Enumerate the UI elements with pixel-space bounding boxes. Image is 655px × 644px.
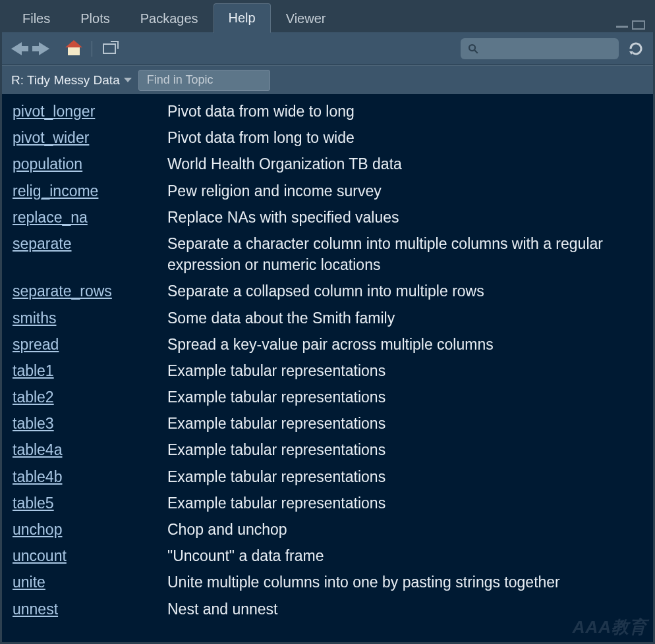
table-row: unchopChop and unchop	[13, 516, 642, 543]
help-topic-description: Example tabular representations	[167, 437, 642, 463]
help-topic-description: "Uncount" a data frame	[167, 543, 642, 569]
help-topic-link[interactable]: table4b	[13, 468, 62, 485]
help-topic-description: World Health Organization TB data	[167, 151, 642, 177]
help-topic-link[interactable]: relig_income	[13, 182, 98, 200]
table-row: relig_incomePew religion and income surv…	[13, 178, 642, 204]
table-row: table4aExample tabular representations	[13, 437, 642, 463]
help-topic-link[interactable]: table1	[13, 362, 54, 379]
table-row: table3Example tabular representations	[13, 410, 642, 437]
help-topic-link[interactable]: separate	[13, 235, 72, 252]
refresh-button[interactable]	[628, 41, 644, 57]
pane-tabbar: Files Plots Packages Help Viewer	[2, 2, 653, 32]
nav-back-button[interactable]	[11, 42, 30, 55]
home-icon	[65, 40, 82, 47]
help-subbar: R: Tidy Messy Data	[2, 65, 653, 94]
table-row: spreadSpread a key-value pair across mul…	[13, 331, 642, 358]
help-topic-description: Example tabular representations	[167, 358, 642, 384]
popout-button[interactable]	[103, 43, 116, 54]
svg-line-1	[474, 50, 478, 53]
watermark: AAA教育	[573, 616, 647, 639]
help-topic-description: Pew religion and income survey	[167, 178, 642, 204]
pane-window-controls	[616, 20, 648, 32]
tab-viewer[interactable]: Viewer	[271, 4, 341, 33]
table-row: table1Example tabular representations	[13, 358, 642, 384]
help-topic-link[interactable]: uncount	[13, 547, 67, 564]
minimize-pane-icon[interactable]	[616, 20, 628, 28]
table-row: separate_rowsSeparate a collapsed column…	[13, 278, 642, 304]
help-topic-link[interactable]: pivot_wider	[13, 129, 89, 146]
topic-dropdown[interactable]: R: Tidy Messy Data	[11, 73, 132, 88]
help-topic-description: Separate a character column into multipl…	[167, 230, 642, 278]
find-in-topic-input[interactable]	[138, 70, 270, 91]
help-topic-link[interactable]: smiths	[13, 309, 56, 327]
tab-files[interactable]: Files	[7, 4, 65, 33]
help-topic-link[interactable]: spread	[13, 336, 59, 353]
help-topic-link[interactable]: table4a	[13, 441, 62, 458]
tab-plots[interactable]: Plots	[65, 4, 125, 33]
help-topic-description: Nest and unnest	[167, 596, 642, 622]
help-topic-description: Unite multiple columns into one by pasti…	[167, 569, 642, 595]
chevron-down-icon	[124, 78, 132, 82]
table-row: uniteUnite multiple columns into one by …	[13, 569, 642, 595]
help-topic-link[interactable]: table2	[13, 389, 54, 406]
help-topic-link[interactable]: unite	[13, 574, 45, 591]
help-topic-link[interactable]: separate_rows	[13, 282, 112, 300]
toolbar-divider	[92, 41, 92, 57]
table-row: table5Example tabular representations	[13, 490, 642, 516]
table-row: smithsSome data about the Smith family	[13, 305, 642, 331]
svg-point-0	[469, 45, 475, 51]
help-topic-link[interactable]: pivot_longer	[13, 103, 95, 120]
tab-help[interactable]: Help	[214, 3, 271, 33]
table-row: pivot_widerPivot data from long to wide	[13, 124, 642, 151]
help-topic-description: Pivot data from long to wide	[167, 124, 642, 151]
table-row: replace_naReplace NAs with specified val…	[13, 204, 642, 230]
search-icon	[467, 43, 479, 55]
table-row: populationWorld Health Organization TB d…	[13, 151, 642, 177]
table-row: table4bExample tabular representations	[13, 464, 642, 490]
help-topic-description: Chop and unchop	[167, 516, 642, 543]
help-topic-description: Separate a collapsed column into multipl…	[167, 278, 642, 304]
table-row: pivot_longerPivot data from wide to long	[13, 98, 642, 124]
help-topic-link[interactable]: unchop	[13, 521, 62, 538]
help-topic-description: Example tabular representations	[167, 384, 642, 410]
help-index-table: pivot_longerPivot data from wide to long…	[13, 98, 642, 622]
help-topic-description: Example tabular representations	[167, 410, 642, 437]
maximize-pane-icon[interactable]	[632, 20, 645, 30]
table-row: uncount"Uncount" a data frame	[13, 543, 642, 569]
home-button[interactable]	[67, 42, 81, 55]
tab-packages[interactable]: Packages	[125, 4, 214, 33]
table-row: unnestNest and unnest	[13, 596, 642, 622]
help-topic-description: Spread a key-value pair across multiple …	[167, 331, 642, 358]
help-topic-link[interactable]: table3	[13, 415, 54, 432]
help-topic-description: Example tabular representations	[167, 490, 642, 516]
help-topic-description: Example tabular representations	[167, 464, 642, 490]
help-toolbar	[2, 32, 653, 65]
refresh-icon	[628, 41, 644, 57]
help-topic-link[interactable]: unnest	[13, 601, 58, 618]
nav-forward-button[interactable]	[39, 42, 57, 55]
help-search-input[interactable]	[461, 38, 619, 59]
table-row: separateSeparate a character column into…	[13, 230, 642, 278]
help-topic-description: Pivot data from wide to long	[167, 98, 642, 124]
help-topic-link[interactable]: table5	[13, 495, 54, 512]
table-row: table2Example tabular representations	[13, 384, 642, 410]
arrow-right-icon	[39, 42, 49, 55]
arrow-left-icon	[11, 42, 22, 55]
help-topic-description: Some data about the Smith family	[167, 305, 642, 331]
help-topic-link[interactable]: replace_na	[13, 209, 88, 226]
help-topic-description: Replace NAs with specified values	[167, 204, 642, 230]
help-content[interactable]: pivot_longerPivot data from wide to long…	[2, 94, 653, 642]
topic-title-label: R: Tidy Messy Data	[11, 73, 120, 88]
help-topic-link[interactable]: population	[13, 155, 82, 173]
